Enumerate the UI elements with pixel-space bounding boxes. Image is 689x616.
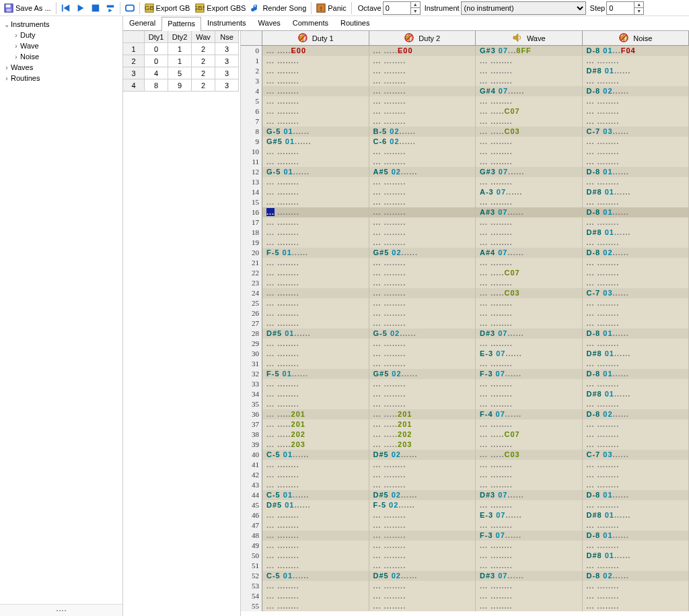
tracker-row[interactable]: 38... .....202... .....202... .....C07..… <box>241 430 689 440</box>
tracker-row[interactable]: 16... ........... ........A#3 07......D-… <box>241 207 689 217</box>
speaker-icon[interactable] <box>297 32 308 44</box>
tracker-row[interactable]: 26... ........... ........... ..........… <box>241 308 689 318</box>
tracker-row[interactable]: 46... ........... ........E-3 07......D#… <box>241 510 689 520</box>
tracker-row[interactable]: 48... ........... ........F-3 07......D-… <box>241 531 689 541</box>
tracker-row[interactable]: 2... ........... ........... ........D#8… <box>241 66 689 76</box>
tab-patterns[interactable]: Patterns <box>161 17 201 31</box>
tracker-row[interactable]: 8G-5 01......B-5 02......... .....C03C-7… <box>241 127 689 137</box>
tree-item-routines[interactable]: ›Routines <box>3 73 122 83</box>
tree-item-wave[interactable]: ›Wave <box>12 40 122 51</box>
pattern-row[interactable]: 20123 <box>123 55 240 67</box>
tracker-row[interactable]: 22... ........... ........... .....C07..… <box>241 268 689 278</box>
tracker-row[interactable]: 9G#5 01......C-6 02......... ...........… <box>241 137 689 147</box>
tracker-row[interactable]: 49... ........... ........... ..........… <box>241 541 689 551</box>
tracker-row[interactable]: 7... ........... ........... ...........… <box>241 116 689 127</box>
tree-item-noise[interactable]: ›Noise <box>12 51 122 62</box>
channel-header-duty-1[interactable]: Duty 1 <box>262 31 369 45</box>
tree-item-duty[interactable]: ›Duty <box>12 30 122 40</box>
tracker-row[interactable]: 0... .....E00... .....E00G#3 07...8FFD-8… <box>241 46 689 56</box>
play-button[interactable] <box>73 1 88 15</box>
tracker-row[interactable]: 12G-5 01......A#5 02......G#3 07......D-… <box>241 167 689 177</box>
pattern-row[interactable]: 34523 <box>123 67 240 79</box>
tracker-row[interactable]: 32F-5 01......G#5 02......F-3 07......D-… <box>241 369 689 379</box>
speaker-icon[interactable] <box>404 32 414 44</box>
tracker-row[interactable]: 3... ........... ........... ...........… <box>241 76 689 86</box>
tab-general[interactable]: General <box>123 16 161 30</box>
tracker-row[interactable]: 18... ........... ........... ........D#… <box>241 228 689 238</box>
tracker-row[interactable]: 29... ........... ........... ..........… <box>241 339 689 349</box>
export-gbs-button[interactable]: GBS Export GBS <box>192 1 248 15</box>
tracker-row[interactable]: 24... ........... ........... .....C03C-… <box>241 288 689 298</box>
tracker-row[interactable]: 52C-5 01......D#5 02......D#3 07......D-… <box>241 571 689 581</box>
channel-header-noise[interactable]: Noise <box>583 31 690 45</box>
save-as-button[interactable]: Save As ... <box>1 1 54 15</box>
tracker-row[interactable]: 43... ........... ........... ..........… <box>241 480 689 490</box>
tracker-row[interactable]: 31... ........... ........... ..........… <box>241 359 689 369</box>
speaker-icon[interactable] <box>512 32 523 44</box>
tracker-row[interactable]: 44C-5 01......D#5 02......D#3 07......D-… <box>241 490 689 500</box>
tracker-row[interactable]: 39... .....203... .....203... ..........… <box>241 440 689 450</box>
export-gb-button[interactable]: GB Export GB <box>142 1 193 15</box>
step-spinner[interactable]: ▲▼ <box>606 1 644 15</box>
play-pattern-button[interactable] <box>103 1 118 15</box>
tracker-row[interactable]: 33... ........... ........... ..........… <box>241 379 689 389</box>
tracker-row[interactable]: 6... ........... ........... .....C07...… <box>241 106 689 116</box>
tab-routines[interactable]: Routines <box>334 16 375 30</box>
tracker-row[interactable]: 17... ........... ........... ..........… <box>241 217 689 228</box>
tracker-row[interactable]: 53... ........... ........... ..........… <box>241 581 689 591</box>
tracker-row[interactable]: 54... ........... ........... ..........… <box>241 591 689 601</box>
tracker-row[interactable]: 4... ........... ........G#4 07......D-8… <box>241 86 689 96</box>
octave-input[interactable] <box>384 2 410 14</box>
tracker-row[interactable]: 41... ........... ........... ..........… <box>241 460 689 470</box>
tab-instruments[interactable]: Instruments <box>201 16 252 30</box>
down-arrow-icon[interactable]: ▼ <box>411 8 420 14</box>
up-arrow-icon[interactable]: ▲ <box>634 2 643 8</box>
octave-spinner[interactable]: ▲▼ <box>383 1 421 15</box>
tracker-row[interactable]: 34... ........... ........... ........D#… <box>241 389 689 399</box>
pattern-row[interactable]: 10123 <box>123 43 240 55</box>
tracker-row[interactable]: 35... ........... ........... ..........… <box>241 399 689 409</box>
tracker-view[interactable]: Duty 1Duty 2WaveNoise 0... .....E00... .… <box>241 31 689 616</box>
tracker-row[interactable]: 28D#5 01......G-5 02......D#3 07......D-… <box>241 329 689 339</box>
rewind-button[interactable] <box>59 1 73 15</box>
tracker-row[interactable]: 27... ........... ........... ..........… <box>241 318 689 329</box>
tracker-row[interactable]: 5... ........... ........... ...........… <box>241 96 689 106</box>
tracker-row[interactable]: 10... ........... ........... ..........… <box>241 147 689 157</box>
down-arrow-icon[interactable]: ▼ <box>634 8 643 14</box>
tracker-row[interactable]: 21... ........... ........... ..........… <box>241 258 689 268</box>
pattern-row[interactable]: 48923 <box>123 79 240 92</box>
channel-header-wave[interactable]: Wave <box>476 31 583 45</box>
panic-button[interactable]: ! Panic <box>314 1 349 15</box>
tracker-row[interactable]: 55... ........... ........... ..........… <box>241 601 689 611</box>
tracker-row[interactable]: 1... ........... ........... ...........… <box>241 56 689 66</box>
tab-comments[interactable]: Comments <box>287 16 334 30</box>
tracker-row[interactable]: 23... ........... ........... ..........… <box>241 278 689 288</box>
tree-item-instruments[interactable]: ⌄Instruments <box>3 19 122 30</box>
tracker-row[interactable]: 14... ........... ........A-3 07......D#… <box>241 187 689 197</box>
channel-header-duty-2[interactable]: Duty 2 <box>369 31 476 45</box>
pattern-order-table[interactable]: Dty1 Dty2 Wav Nse 10123201233452348923 <box>123 31 241 616</box>
render-song-button[interactable]: Render Song <box>248 1 309 15</box>
tracker-row[interactable]: 50... ........... ........... ........D#… <box>241 551 689 561</box>
tree-item-waves[interactable]: ›Waves <box>3 62 122 73</box>
tracker-row[interactable]: 40C-5 01......D#5 02......... .....C03C-… <box>241 450 689 460</box>
tracker-row[interactable]: 37... .....201... .....201... ..........… <box>241 419 689 430</box>
instrument-select[interactable]: (no instrument) <box>461 1 586 15</box>
tracker-row[interactable]: 45D#5 01......F-5 02......... ..........… <box>241 500 689 510</box>
speaker-icon[interactable] <box>618 32 629 44</box>
drag-handle[interactable] <box>0 604 122 616</box>
tracker-row[interactable]: 15... ........... ........... ..........… <box>241 197 689 207</box>
tracker-row[interactable]: 51... ........... ........... ..........… <box>241 561 689 571</box>
tracker-row[interactable]: 13... ........... ........... ..........… <box>241 177 689 187</box>
tracker-row[interactable]: 25... ........... ........... ..........… <box>241 298 689 308</box>
tracker-row[interactable]: 30... ........... ........E-3 07......D#… <box>241 349 689 359</box>
tracker-row[interactable]: 20F-5 01......G#5 02......A#4 07......D-… <box>241 248 689 258</box>
tracker-row[interactable]: 47... ........... ........... ..........… <box>241 520 689 531</box>
up-arrow-icon[interactable]: ▲ <box>411 2 420 8</box>
tracker-row[interactable]: 36... .....201... .....201F-4 07......D-… <box>241 409 689 419</box>
step-input[interactable] <box>607 2 634 14</box>
tracker-row[interactable]: 42... ........... ........... ..........… <box>241 470 689 480</box>
loop-button[interactable] <box>122 1 137 15</box>
tracker-row[interactable]: 19... ........... ........... ..........… <box>241 238 689 248</box>
stop-button[interactable] <box>88 1 103 15</box>
